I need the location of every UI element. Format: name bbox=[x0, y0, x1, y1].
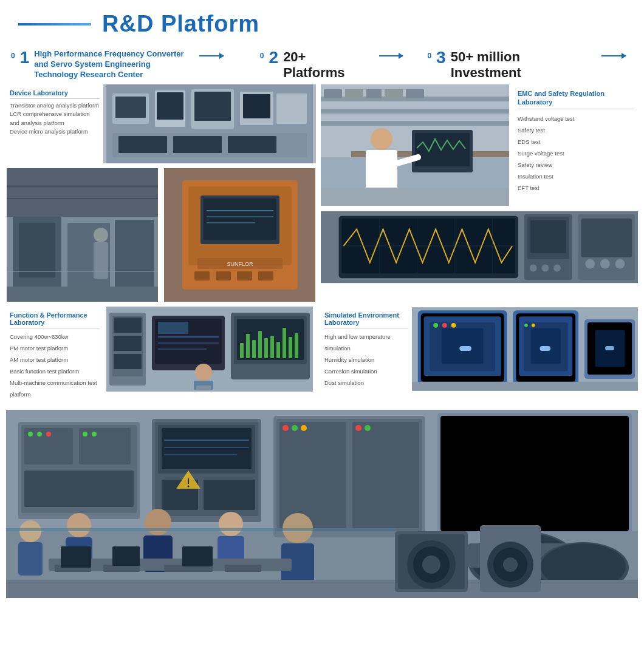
svg-point-200 bbox=[422, 556, 440, 574]
device-lab-text: Device Laboratory Transistor analog anal… bbox=[6, 84, 103, 163]
svg-rect-185 bbox=[18, 542, 43, 576]
svg-rect-71 bbox=[530, 220, 566, 253]
emc-item-4: Surge voltage test bbox=[518, 148, 634, 159]
s01-text: High Performance Frequency Converter and… bbox=[34, 49, 191, 80]
emc-item-7: EFT test bbox=[518, 182, 634, 194]
svg-rect-16 bbox=[7, 168, 158, 217]
sim-title: Simulated Environment Laboratory bbox=[324, 311, 408, 328]
func-item-2: PM motor test platform bbox=[10, 342, 100, 354]
emc-title: EMC and Safety Regulation Laboratory bbox=[518, 89, 634, 109]
svg-rect-92 bbox=[158, 322, 188, 334]
svg-rect-124 bbox=[531, 328, 561, 364]
right-top-image bbox=[321, 84, 509, 206]
svg-rect-101 bbox=[270, 336, 274, 358]
svg-point-143 bbox=[37, 432, 42, 437]
s03-num: 3 bbox=[436, 49, 446, 66]
svg-rect-47 bbox=[321, 121, 509, 126]
s01-num: 1 bbox=[20, 49, 30, 66]
header-decoration bbox=[18, 23, 91, 25]
svg-rect-97 bbox=[246, 334, 250, 358]
svg-rect-59 bbox=[321, 188, 509, 206]
func-panel: Function & Performance Laboratory Coveri… bbox=[6, 307, 316, 405]
main-content: Device Laboratory Transistor analog anal… bbox=[0, 84, 644, 598]
func-item-5: Multi-machine communication test platfor… bbox=[10, 377, 100, 400]
svg-rect-20 bbox=[19, 223, 55, 277]
svg-point-119 bbox=[451, 323, 456, 328]
svg-rect-25 bbox=[7, 287, 158, 302]
svg-point-158 bbox=[188, 486, 190, 488]
s03-prefix: 0 bbox=[427, 52, 431, 60]
device-lab-top: Device Laboratory Transistor analog anal… bbox=[6, 84, 316, 163]
device-lab-item-2: LCR comprehensive simulation and analysi… bbox=[10, 110, 100, 127]
sim-item-1: High and low temperature simulation bbox=[324, 331, 408, 354]
svg-rect-169 bbox=[440, 416, 629, 531]
svg-rect-116 bbox=[459, 346, 471, 351]
device-lab-img-left bbox=[6, 168, 159, 302]
sim-image bbox=[412, 307, 638, 392]
svg-point-75 bbox=[541, 265, 549, 272]
bottom-image bbox=[6, 410, 638, 598]
svg-rect-141 bbox=[24, 471, 134, 507]
svg-rect-73 bbox=[581, 219, 632, 257]
svg-point-78 bbox=[600, 259, 610, 269]
svg-point-146 bbox=[92, 432, 97, 437]
func-image bbox=[103, 307, 316, 392]
svg-rect-98 bbox=[252, 340, 256, 358]
svg-rect-104 bbox=[289, 337, 292, 358]
svg-point-145 bbox=[83, 432, 87, 437]
svg-point-77 bbox=[585, 259, 595, 269]
left-panel: Device Laboratory Transistor analog anal… bbox=[6, 84, 316, 302]
svg-point-165 bbox=[301, 425, 307, 431]
emc-item-5: Safety review bbox=[518, 159, 634, 171]
emc-item-2: Safety test bbox=[518, 124, 634, 136]
page-header: R&D Platform bbox=[0, 0, 644, 43]
svg-point-178 bbox=[145, 509, 171, 535]
svg-rect-102 bbox=[276, 342, 280, 358]
emc-text: EMC and Safety Regulation Laboratory Wit… bbox=[514, 84, 638, 206]
s03-text: 50+ million Investment bbox=[451, 49, 594, 81]
svg-rect-38 bbox=[237, 271, 252, 280]
func-item-1: Covering 400w~630kw bbox=[10, 331, 100, 342]
func-item-4: Basic function test platform bbox=[10, 365, 100, 377]
device-lab-img-right: SUNFLOR bbox=[163, 168, 316, 302]
sim-text: Simulated Environment Laboratory High an… bbox=[321, 307, 412, 405]
svg-rect-55 bbox=[415, 133, 470, 166]
svg-point-23 bbox=[94, 228, 108, 242]
svg-point-167 bbox=[365, 425, 371, 431]
func-item-3: AM motor test platform bbox=[10, 354, 100, 365]
svg-point-118 bbox=[442, 323, 447, 328]
right-bottom-image bbox=[321, 211, 638, 284]
svg-rect-193 bbox=[182, 546, 213, 566]
s02-num: 2 bbox=[269, 49, 279, 66]
svg-point-79 bbox=[615, 259, 625, 269]
section-01-label: 0 1 High Performance Frequency Converter… bbox=[11, 49, 224, 80]
svg-rect-108 bbox=[196, 386, 211, 390]
svg-rect-37 bbox=[216, 271, 231, 280]
s01-prefix: 0 bbox=[11, 52, 15, 60]
svg-rect-192 bbox=[112, 546, 140, 566]
svg-rect-150 bbox=[162, 428, 252, 469]
device-lab-bottom: SUNFLOR bbox=[6, 168, 316, 302]
svg-rect-39 bbox=[258, 271, 273, 280]
emc-item-6: Insulation test bbox=[518, 171, 634, 182]
svg-rect-85 bbox=[114, 336, 142, 351]
svg-rect-13 bbox=[228, 136, 276, 153]
svg-rect-84 bbox=[114, 318, 142, 333]
emc-item-3: EDS test bbox=[518, 136, 634, 148]
svg-point-166 bbox=[355, 425, 361, 431]
device-lab-title: Device Laboratory bbox=[10, 89, 100, 99]
svg-point-106 bbox=[195, 364, 212, 381]
svg-point-117 bbox=[433, 323, 438, 328]
svg-rect-133 bbox=[412, 382, 638, 391]
svg-rect-4 bbox=[157, 92, 183, 120]
svg-rect-51 bbox=[385, 89, 403, 98]
sim-item-3: Corrosion simulation bbox=[324, 365, 408, 377]
svg-rect-99 bbox=[258, 331, 262, 358]
s01-arrow bbox=[199, 55, 224, 56]
svg-rect-52 bbox=[406, 89, 424, 98]
page-title: R&D Platform bbox=[102, 11, 259, 37]
svg-rect-105 bbox=[295, 333, 298, 358]
svg-rect-9 bbox=[276, 93, 307, 124]
svg-point-76 bbox=[553, 265, 561, 272]
right-panel: EMC and Safety Regulation Laboratory Wit… bbox=[321, 84, 638, 302]
